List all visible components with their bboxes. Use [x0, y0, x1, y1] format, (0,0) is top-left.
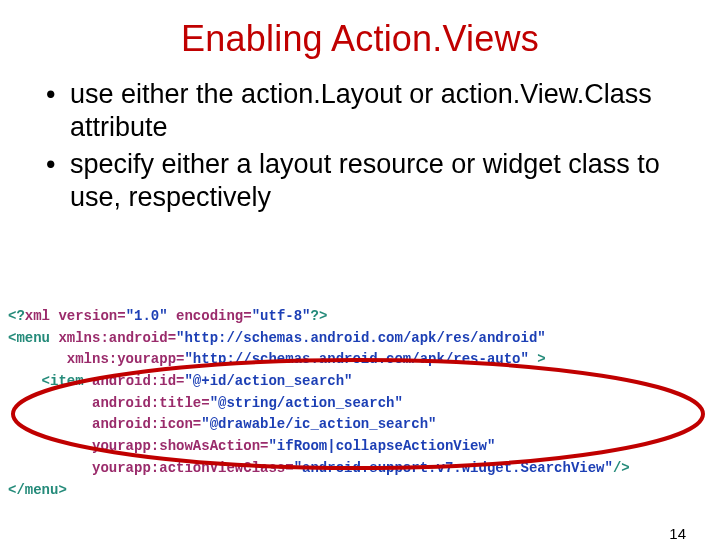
indent — [8, 416, 92, 432]
xml-decl-attr: xml version= — [25, 308, 126, 324]
android-title-attr: android:title= — [92, 395, 210, 411]
indent — [8, 395, 92, 411]
page-number: 14 — [669, 525, 686, 540]
menu-open-close: > — [529, 351, 546, 367]
indent — [8, 373, 42, 389]
slide-title: Enabling Action.Views — [0, 18, 720, 60]
showasaction-attr: yourapp:showAsAction= — [92, 438, 268, 454]
bullet-item: specify either a layout resource or widg… — [46, 148, 690, 214]
code-block: <?xml version="1.0" encoding="utf-8"?> <… — [0, 298, 720, 508]
showasaction-val: "ifRoom|collapseActionView" — [268, 438, 495, 454]
indent — [8, 438, 92, 454]
actionviewclass-val: "android.support.v7.widget.SearchView" — [294, 460, 613, 476]
bullet-list: use either the action.Layout or action.V… — [46, 78, 690, 214]
xml-decl-val: "1.0" — [126, 308, 168, 324]
xml-decl-close: ?> — [310, 308, 327, 324]
bullet-item: use either the action.Layout or action.V… — [46, 78, 690, 144]
indent — [8, 351, 67, 367]
xml-decl-attr: encoding= — [168, 308, 252, 324]
item-close: /> — [613, 460, 630, 476]
xmlns-attr: xmlns:yourapp= — [67, 351, 185, 367]
item-open-tag: <item — [42, 373, 84, 389]
xmlns-attr: xmlns:android= — [50, 330, 176, 346]
android-icon-val: "@drawable/ic_action_search" — [201, 416, 436, 432]
android-id-attr: android:id= — [84, 373, 185, 389]
xmlns-val: "http://schemas.android.com/apk/res/andr… — [176, 330, 546, 346]
menu-open-tag: <menu — [8, 330, 50, 346]
android-id-val: "@+id/action_search" — [184, 373, 352, 389]
menu-close-tag: </menu> — [8, 482, 67, 498]
xmlns-val: "http://schemas.android.com/apk/res-auto… — [184, 351, 528, 367]
xml-decl-open: <? — [8, 308, 25, 324]
android-title-val: "@string/action_search" — [210, 395, 403, 411]
actionviewclass-attr: yourapp:actionViewClass= — [92, 460, 294, 476]
xml-decl-val: "utf-8" — [252, 308, 311, 324]
indent — [8, 460, 92, 476]
android-icon-attr: android:icon= — [92, 416, 201, 432]
slide: Enabling Action.Views use either the act… — [0, 18, 720, 540]
